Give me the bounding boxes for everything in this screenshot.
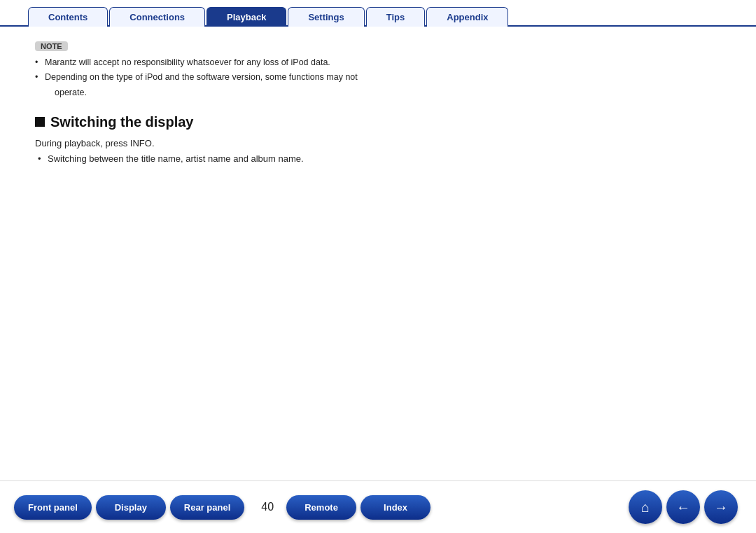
note-list: Marantz will accept no responsibility wh… xyxy=(35,55,721,100)
section-body: During playback, press INFO. Switching b… xyxy=(35,136,721,167)
tab-contents[interactable]: Contents xyxy=(28,7,108,27)
note-item-2: Depending on the type of iPod and the so… xyxy=(35,70,721,85)
front-panel-button[interactable]: Front panel xyxy=(14,495,92,520)
forward-icon: → xyxy=(714,499,728,515)
back-icon: ← xyxy=(676,499,690,515)
rear-panel-button[interactable]: Rear panel xyxy=(170,495,244,520)
bottom-bar: Front panel Display Rear panel 40 Remote… xyxy=(0,480,756,533)
tab-appendix[interactable]: Appendix xyxy=(426,7,508,27)
display-button[interactable]: Display xyxy=(96,495,166,520)
home-icon-button[interactable]: ⌂ xyxy=(629,490,662,524)
home-icon: ⌂ xyxy=(641,499,650,515)
section-intro: During playback, press INFO. xyxy=(35,136,721,151)
tab-connections[interactable]: Connections xyxy=(109,7,205,27)
back-icon-button[interactable]: ← xyxy=(666,490,700,524)
top-navigation: Contents Connections Playback Settings T… xyxy=(0,0,756,27)
note-section: NOTE Marantz will accept no responsibili… xyxy=(35,41,721,100)
note-item-3: operate. xyxy=(35,85,721,100)
note-badge: NOTE xyxy=(35,41,68,51)
index-button[interactable]: Index xyxy=(360,495,430,520)
tab-playback[interactable]: Playback xyxy=(206,7,286,27)
main-content: NOTE Marantz will accept no responsibili… xyxy=(0,34,756,237)
section-bullet: Switching between the title name, artist… xyxy=(35,151,721,167)
tab-settings[interactable]: Settings xyxy=(288,7,364,27)
forward-icon-button[interactable]: → xyxy=(704,490,738,524)
section-heading: Switching the display xyxy=(35,114,721,130)
note-item-1: Marantz will accept no responsibility wh… xyxy=(35,55,721,70)
square-bullet-icon xyxy=(35,117,45,127)
section-title: Switching the display xyxy=(50,114,193,130)
remote-button[interactable]: Remote xyxy=(286,495,356,520)
tab-tips[interactable]: Tips xyxy=(366,7,426,27)
page-number: 40 xyxy=(261,501,274,513)
